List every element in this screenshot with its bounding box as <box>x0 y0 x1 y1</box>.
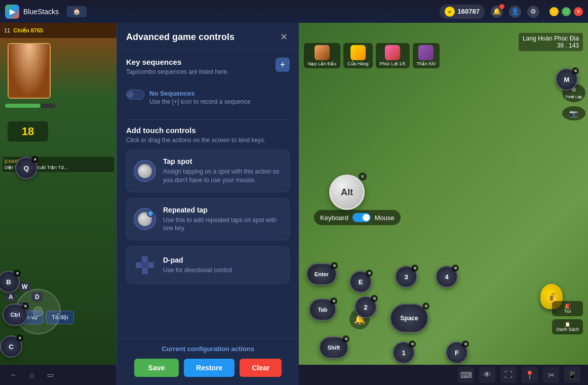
key-3-close[interactable]: ✕ <box>411 265 418 272</box>
key-1-close[interactable]: ✕ <box>409 340 416 348</box>
divider-1 <box>126 119 290 120</box>
key-a[interactable]: A <box>6 292 16 302</box>
no-seq-desc: Use the [+] icon to record a sequence <box>149 98 290 105</box>
recent-icon[interactable]: ▭ <box>44 369 56 381</box>
seq-icon-inner: ! <box>127 92 133 98</box>
key-seq-header: Key sequences Tap/combo sequences are li… <box>126 58 290 81</box>
key-w[interactable]: W <box>19 282 30 291</box>
key-enter-container: Enter ✕ <box>306 263 337 285</box>
menu-nap[interactable]: Nạp Lần Đầu <box>304 43 340 68</box>
repeated-tap-desc: Use this to add repeated taps on spot wi… <box>163 216 282 233</box>
key-enter[interactable]: Enter ✕ <box>306 263 337 285</box>
key-ctrl[interactable]: Ctrl ✕ <box>3 304 28 326</box>
profile-icon[interactable]: 👤 <box>509 6 521 18</box>
alt-circle[interactable]: Alt <box>329 175 365 210</box>
notification-dot <box>499 4 504 9</box>
bottom-right: ⌨ 👁 ⛶ 📍 ✂ 📱 <box>458 367 580 383</box>
settings-icon[interactable]: ⚙ <box>527 6 539 18</box>
touch-desc: Click or drag the actions on the screen … <box>126 137 290 144</box>
modal-title: Advanced game controls <box>126 32 234 42</box>
key-q[interactable]: Q ✕ <box>15 157 37 179</box>
menu-nap-label: Nạp Lần Đầu <box>308 61 336 66</box>
danh-sach-btn[interactable]: 📋Danh Sách <box>552 319 583 334</box>
svg-rect-1 <box>142 268 148 274</box>
dpad-icon-container <box>134 254 156 276</box>
key-2-close[interactable]: ✕ <box>371 295 378 302</box>
key-e-close[interactable]: ✕ <box>366 270 373 277</box>
home-icon[interactable]: ⌂ <box>26 369 38 381</box>
char-image <box>9 44 50 98</box>
dpad-card[interactable]: D-pad Use for directional control <box>126 246 290 284</box>
menu-than-khi[interactable]: Thần Khí <box>413 43 440 68</box>
kb-mouse-switch[interactable] <box>352 213 371 222</box>
key-shift-close[interactable]: ✕ <box>342 335 349 343</box>
tap-spot-card[interactable]: Tap spot Assign tapping on a spot with t… <box>126 150 290 192</box>
location-text: Lang Hoàn Phúc Địa39 . 143 <box>519 33 583 51</box>
tap-spot-title: Tap spot <box>163 157 282 165</box>
menu-phuc-loi[interactable]: Phúc Lợi 1/5 <box>376 43 410 68</box>
repeated-tap-icon-container <box>134 208 156 230</box>
hp-bar <box>5 104 41 108</box>
key-c-close[interactable]: ✕ <box>16 334 23 341</box>
fullscreen-icon[interactable]: ⛶ <box>500 367 517 383</box>
key-e[interactable]: E ✕ <box>349 271 372 293</box>
key-3[interactable]: 3 ✕ <box>395 266 417 288</box>
key-2[interactable]: 2 ✕ <box>355 296 377 318</box>
key-q-close[interactable]: ✕ <box>31 156 38 163</box>
menu-nap-icon <box>315 45 330 60</box>
bluestacks-logo: ▶ <box>5 5 19 19</box>
key-d[interactable]: D <box>32 292 43 302</box>
tap-spot-text: Tap spot Assign tapping on a spot with t… <box>163 157 282 185</box>
phone-icon[interactable]: 📱 <box>564 367 580 383</box>
notification-icon[interactable]: 🔔 <box>491 6 503 18</box>
repeated-tap-card[interactable]: Repeated tap Use this to add repeated ta… <box>126 198 290 241</box>
key-4-close[interactable]: ✕ <box>452 265 459 272</box>
tui-btn[interactable]: 🎒Tủi <box>552 301 583 316</box>
close-window-button[interactable]: ✕ <box>574 7 583 16</box>
modal-body: Key sequences Tap/combo sequences are li… <box>117 50 299 338</box>
key-f[interactable]: F ✕ <box>446 341 468 364</box>
eye-icon[interactable]: 👁 <box>479 367 495 383</box>
menu-phuc-loi-icon <box>385 45 400 60</box>
key-tab-close[interactable]: ✕ <box>330 297 337 305</box>
menu-cua-hang[interactable]: Cửa Hàng <box>343 43 373 68</box>
top-bar-tab[interactable]: 🏠 <box>67 6 87 17</box>
top-bar-left: ▶ BlueStacks 🏠 <box>5 5 87 19</box>
modal-close-button[interactable]: ✕ <box>278 31 290 43</box>
key-m[interactable]: M ✕ <box>556 68 578 91</box>
back-icon[interactable]: ← <box>8 369 20 381</box>
save-button[interactable]: Save <box>134 359 179 377</box>
dpad-title: D-pad <box>163 256 282 264</box>
key-f-container: F ✕ <box>446 341 468 364</box>
key-seq-info: Key sequences Tap/combo sequences are li… <box>126 58 271 81</box>
camera-btn[interactable]: 📷 <box>562 106 585 120</box>
menu-cua-hang-icon <box>350 45 366 60</box>
touch-title: Add touch controls <box>126 126 290 135</box>
key-c[interactable]: C ✕ <box>0 335 22 358</box>
key-1-container: 1 ✕ <box>393 341 415 364</box>
key-enter-close[interactable]: ✕ <box>331 262 338 269</box>
key-ctrl-close[interactable]: ✕ <box>22 303 29 310</box>
maximize-button[interactable]: ☐ <box>562 7 571 16</box>
key-space-close[interactable]: ✕ <box>422 303 429 310</box>
location-icon[interactable]: 📍 <box>522 367 538 383</box>
app-title: BlueStacks <box>23 8 59 16</box>
restore-button[interactable]: Restore <box>184 359 234 377</box>
minimize-button[interactable]: — <box>550 7 559 16</box>
key-b-close[interactable]: ✕ <box>14 270 21 277</box>
key-f-close[interactable]: ✕ <box>462 340 469 348</box>
key-shift[interactable]: Shift ✕ <box>319 336 348 359</box>
modal-header: Advanced game controls ✕ <box>117 23 299 50</box>
alt-close-button[interactable]: ✕ <box>359 173 367 181</box>
keyboard-icon[interactable]: ⌨ <box>458 367 474 383</box>
key-1[interactable]: 1 ✕ <box>393 341 415 364</box>
clear-button[interactable]: Clear <box>240 359 282 377</box>
key-4[interactable]: 4 ✕ <box>436 266 458 288</box>
key-m-close[interactable]: ✕ <box>572 67 579 74</box>
add-sequence-button[interactable]: + <box>276 58 290 72</box>
key-space[interactable]: Space ✕ <box>390 304 428 333</box>
config-section: Current configuration actions Save Resto… <box>117 338 299 385</box>
scissors-icon[interactable]: ✂ <box>543 367 559 383</box>
key-tab[interactable]: Tab ✕ <box>309 298 336 321</box>
hp-bar-bg <box>5 104 56 108</box>
